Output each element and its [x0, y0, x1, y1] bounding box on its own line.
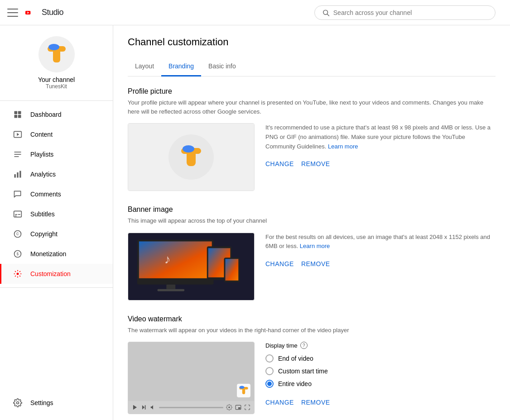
banner-preview-image: ♪ [128, 233, 254, 301]
video-watermark-section: Video watermark The watermark will appea… [128, 315, 496, 415]
svg-rect-9 [18, 111, 21, 115]
svg-rect-42 [225, 259, 238, 281]
watermark-title: Video watermark [128, 315, 496, 323]
content-icon [12, 129, 23, 140]
svg-rect-38 [158, 289, 185, 291]
tab-basic-info[interactable]: Basic info [201, 57, 243, 76]
svg-rect-18 [17, 172, 18, 178]
subtitles-icon [12, 209, 23, 220]
tab-branding[interactable]: Branding [161, 57, 201, 76]
help-icon[interactable]: ? [300, 342, 308, 349]
banner-change-button[interactable]: CHANGE [265, 257, 294, 271]
channel-avatar[interactable] [38, 36, 75, 72]
svg-rect-19 [19, 171, 21, 178]
fullscreen-icon [244, 404, 250, 410]
svg-point-29 [17, 402, 19, 404]
svg-point-28 [17, 273, 19, 275]
profile-change-button[interactable]: CHANGE [265, 157, 294, 171]
svg-rect-37 [166, 284, 175, 289]
radio-circle-custom [265, 367, 274, 375]
search-input[interactable] [333, 9, 488, 16]
channel-info: Your channel TunesKit [0, 33, 113, 97]
svg-point-7 [48, 44, 59, 50]
watermark-preview [128, 342, 255, 414]
progress-bar[interactable] [159, 407, 223, 408]
profile-remove-button[interactable]: REMOVE [301, 157, 330, 171]
svg-point-45 [239, 386, 244, 389]
svg-rect-8 [14, 111, 18, 115]
profile-picture-desc: Your profile picture will appear where y… [128, 98, 496, 116]
svg-text:♪: ♪ [164, 252, 170, 266]
sidebar-item-comments[interactable]: Comments [0, 184, 113, 204]
profile-circle [168, 134, 214, 180]
top-navigation: Studio [0, 0, 510, 25]
profile-picture-details: It's recommended to use a picture that's… [265, 123, 496, 171]
banner-body: ♪ For the best results on all devices, u… [128, 233, 496, 301]
radio-entire-video[interactable]: Entire video [265, 380, 496, 388]
svg-point-50 [228, 406, 230, 408]
analytics-icon [12, 169, 23, 180]
page-title: Channel customization [128, 36, 496, 48]
watermark-controls [128, 401, 254, 414]
youtube-icon [25, 8, 40, 18]
copyright-icon: © [12, 229, 23, 239]
sidebar-item-analytics[interactable]: Analytics [0, 164, 113, 184]
radio-circle-end [265, 354, 274, 363]
svg-rect-17 [14, 174, 16, 178]
volume-icon [150, 404, 156, 410]
studio-label: Studio [42, 8, 63, 17]
svg-rect-32 [187, 151, 196, 166]
svg-rect-48 [145, 405, 146, 409]
svg-rect-44 [242, 388, 245, 394]
customization-icon [12, 268, 23, 279]
profile-picture-body: It's recommended to use a picture that's… [128, 123, 496, 191]
playlists-icon [12, 149, 23, 160]
svg-marker-47 [142, 405, 144, 409]
watermark-change-button[interactable]: CHANGE [265, 395, 294, 410]
settings-icon [226, 404, 232, 410]
watermark-remove-button[interactable]: REMOVE [301, 395, 330, 410]
sidebar-item-content[interactable]: Content [0, 124, 113, 144]
svg-rect-35 [139, 241, 212, 278]
banner-image-section: Banner image This image will appear acro… [128, 205, 496, 301]
profile-picture-preview [128, 123, 255, 191]
search-bar[interactable] [314, 5, 496, 20]
comments-icon [12, 189, 23, 200]
radio-circle-entire [265, 380, 274, 388]
sidebar-item-monetization[interactable]: $ Monetization [0, 244, 113, 264]
banner-desc: This image will appear across the top of… [128, 216, 496, 225]
sidebar-item-settings[interactable]: Settings [0, 393, 113, 413]
monetization-icon: $ [12, 248, 23, 259]
watermark-video-area [128, 342, 254, 401]
radio-end-of-video[interactable]: End of video [265, 354, 496, 363]
sidebar-item-customization[interactable]: Customization [0, 264, 113, 284]
svg-marker-46 [133, 405, 137, 410]
search-icon [322, 9, 330, 17]
channel-handle: TunesKit [46, 83, 67, 90]
banner-remove-button[interactable]: REMOVE [301, 257, 330, 271]
menu-toggle[interactable] [7, 7, 18, 18]
banner-details: For the best results on all devices, use… [265, 233, 496, 272]
sidebar-item-copyright[interactable]: © Copyright [0, 224, 113, 244]
sidebar-navigation: Dashboard Content Playlists [0, 105, 113, 284]
profile-learn-more-link[interactable]: Learn more [328, 143, 358, 150]
sidebar-item-dashboard[interactable]: Dashboard [0, 105, 113, 124]
profile-picture-section: Profile picture Your profile picture wil… [128, 87, 496, 191]
tab-bar: Layout Branding Basic info [128, 57, 496, 76]
svg-text:©: © [16, 232, 19, 236]
svg-rect-52 [238, 407, 241, 409]
svg-line-3 [327, 14, 329, 16]
radio-custom-start[interactable]: Custom start time [265, 367, 496, 375]
channel-name: Your channel [38, 76, 75, 83]
banner-learn-more-link[interactable]: Learn more [300, 243, 330, 249]
sidebar-item-subtitles[interactable]: Subtitles [0, 204, 113, 224]
watermark-options: Display time ? End of video Custom start… [265, 342, 496, 410]
tab-layout[interactable]: Layout [128, 57, 161, 76]
sidebar-item-playlists[interactable]: Playlists [0, 144, 113, 164]
profile-picture-actions: CHANGE REMOVE [265, 157, 496, 171]
svg-text:$: $ [17, 252, 19, 256]
svg-point-33 [183, 145, 194, 153]
sidebar: Your channel TunesKit Dashboard Content [0, 25, 113, 420]
display-time-label: Display time ? [265, 342, 496, 349]
logo: Studio [25, 8, 63, 18]
